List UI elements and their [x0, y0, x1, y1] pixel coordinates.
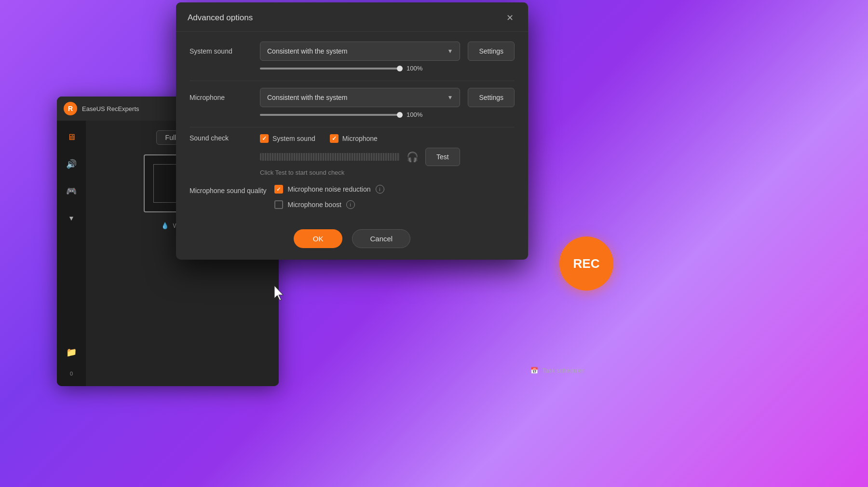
easeus-logo-text: R — [68, 105, 73, 112]
system-sound-checkbox[interactable] — [260, 134, 269, 143]
system-sound-slider-thumb[interactable] — [397, 66, 403, 71]
divider-2 — [190, 127, 515, 127]
system-sound-slider-fill — [260, 68, 400, 70]
test-button[interactable]: Test — [425, 148, 460, 166]
rec-button[interactable]: REC — [559, 237, 613, 291]
sound-meter-bar — [260, 153, 400, 161]
easeus-sidebar: 🖥 🔊 🎮 ▼ 📁 0 — [57, 121, 86, 386]
microphone-checkbox[interactable] — [330, 134, 339, 143]
dialog-title: Advanced options — [188, 13, 253, 23]
recording-count: 0 — [70, 371, 73, 376]
noise-reduction-checkbox[interactable] — [274, 185, 283, 194]
sound-check-hint: Click Test to start sound check — [260, 169, 515, 176]
cancel-button[interactable]: Cancel — [352, 229, 410, 248]
dialog-close-button[interactable]: ✕ — [503, 11, 516, 25]
microphone-dropdown[interactable]: Consistent with the system ▼ — [260, 88, 460, 107]
mic-options: Microphone noise reduction i Microphone … — [274, 185, 384, 209]
ok-button[interactable]: OK — [294, 229, 343, 248]
advanced-options-dialog: Advanced options ✕ System sound Consiste… — [176, 2, 528, 260]
mic-quality-section: Microphone sound quality Microphone nois… — [190, 185, 515, 209]
dialog-footer: OK Cancel — [176, 221, 528, 260]
chevron-down-icon: ▼ — [68, 214, 75, 222]
task-scheduler-label: Task scheduler — [542, 367, 584, 374]
boost-label: Microphone boost — [288, 201, 341, 209]
dialog-titlebar: Advanced options ✕ — [176, 2, 528, 32]
system-sound-slider-row: 100% — [260, 65, 515, 72]
microphone-dropdown-arrow: ▼ — [448, 94, 453, 101]
microphone-slider-track[interactable] — [260, 114, 400, 116]
system-sound-checkbox-item[interactable]: System sound — [260, 134, 315, 143]
microphone-slider-thumb[interactable] — [397, 112, 403, 118]
divider-1 — [190, 81, 515, 81]
microphone-checkbox-label: Microphone — [342, 135, 378, 142]
boost-row[interactable]: Microphone boost i — [274, 200, 384, 209]
watermark-icon: 💧 — [161, 222, 169, 229]
sound-meter-row: 🎧 Test — [260, 148, 515, 166]
sound-check-section: Sound check System sound Microphone — [190, 134, 515, 143]
sidebar-item-more[interactable]: ▼ — [63, 209, 80, 227]
boost-checkbox[interactable] — [274, 200, 283, 209]
mic-quality-label: Microphone sound quality — [190, 185, 267, 195]
calendar-icon: 📅 — [530, 367, 538, 374]
task-scheduler-button[interactable]: 📅 Task scheduler — [530, 367, 584, 374]
system-sound-dropdown[interactable]: Consistent with the system ▼ — [260, 42, 460, 61]
microphone-label: Microphone — [190, 94, 252, 101]
microphone-slider-value: 100% — [407, 111, 428, 118]
noise-reduction-label: Microphone noise reduction — [288, 185, 371, 193]
system-sound-label: System sound — [190, 47, 252, 55]
system-sound-dropdown-value: Consistent with the system — [267, 47, 348, 55]
sidebar-item-gamepad[interactable]: 🎮 — [63, 182, 80, 200]
sidebar-item-screen[interactable]: 🖥 — [63, 128, 80, 146]
sidebar-item-files[interactable]: 📁 — [63, 344, 80, 361]
system-sound-slider-track[interactable] — [260, 68, 400, 70]
sidebar-item-audio[interactable]: 🔊 — [63, 155, 80, 173]
easeus-logo: R — [64, 102, 77, 115]
system-sound-dropdown-arrow: ▼ — [448, 48, 453, 55]
system-sound-checkbox-label: System sound — [272, 135, 315, 142]
microphone-row: Microphone Consistent with the system ▼ … — [190, 88, 515, 107]
dialog-body: System sound Consistent with the system … — [176, 32, 528, 221]
microphone-slider-fill — [260, 114, 400, 116]
system-sound-row: System sound Consistent with the system … — [190, 42, 515, 61]
headphone-icon: 🎧 — [407, 151, 419, 163]
boost-info-icon[interactable]: i — [346, 200, 355, 209]
microphone-dropdown-value: Consistent with the system — [267, 94, 348, 101]
noise-reduction-row[interactable]: Microphone noise reduction i — [274, 185, 384, 194]
mic-quality-row: Microphone sound quality Microphone nois… — [190, 185, 515, 209]
sound-check-checkboxes: System sound Microphone — [260, 134, 378, 143]
microphone-settings-button[interactable]: Settings — [468, 88, 515, 107]
system-sound-slider-value: 100% — [407, 65, 428, 72]
system-sound-settings-button[interactable]: Settings — [468, 42, 515, 61]
noise-reduction-info-icon[interactable]: i — [376, 185, 384, 194]
microphone-slider-row: 100% — [260, 111, 515, 118]
microphone-checkbox-item[interactable]: Microphone — [330, 134, 378, 143]
sound-check-options: System sound Microphone — [260, 134, 378, 143]
sound-check-label: Sound check — [190, 134, 252, 142]
